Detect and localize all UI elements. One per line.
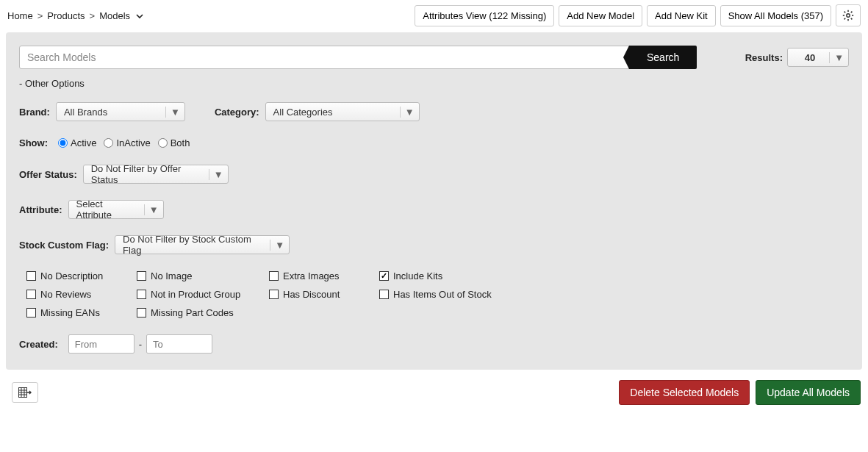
category-value: All Categories (273, 107, 333, 118)
svg-line-7 (844, 18, 846, 20)
breadcrumb-products[interactable]: Products (47, 10, 85, 21)
breadcrumb-models[interactable]: Models (99, 10, 143, 21)
caret-down-icon: ▼ (400, 107, 415, 118)
attribute-select[interactable]: Select Attribute ▼ (68, 200, 164, 219)
results-select[interactable]: 40 ▼ (787, 48, 849, 67)
stock-flag-select[interactable]: Do Not Filter by Stock Custom Flag ▼ (115, 235, 290, 254)
chevron-down-icon (136, 13, 143, 19)
no-image-checkbox[interactable]: No Image (137, 270, 262, 281)
show-both-label: Both (171, 137, 190, 148)
caret-down-icon: ▼ (829, 52, 844, 63)
brand-select[interactable]: All Brands ▼ (56, 102, 185, 121)
search-button[interactable]: Search (629, 46, 697, 69)
show-inactive-radio[interactable]: InActive (104, 137, 150, 148)
other-options-toggle[interactable]: - Other Options (19, 78, 849, 89)
breadcrumb-home[interactable]: Home (7, 10, 33, 21)
show-both-radio[interactable]: Both (158, 137, 190, 148)
created-to-input[interactable] (146, 334, 212, 354)
table-export-icon (18, 387, 32, 398)
no-reviews-checkbox[interactable]: No Reviews (26, 289, 129, 300)
has-items-out-of-stock-checkbox[interactable]: Has Items Out of Stock (379, 289, 526, 300)
offer-status-value: Do Not Filter by Offer Status (91, 163, 204, 185)
category-select[interactable]: All Categories ▼ (265, 102, 420, 121)
missing-eans-checkbox[interactable]: Missing EANs (26, 307, 129, 318)
caret-down-icon: ▼ (209, 169, 223, 180)
show-label: Show: (19, 137, 48, 148)
breadcrumb-sep: > (90, 10, 96, 21)
svg-line-8 (851, 12, 853, 13)
add-new-model-button[interactable]: Add New Model (559, 5, 642, 26)
category-label: Category: (215, 107, 259, 118)
breadcrumb-sep: > (37, 10, 43, 21)
attributes-view-button[interactable]: Attributes View (122 Missing) (415, 5, 554, 26)
offer-status-select[interactable]: Do Not Filter by Offer Status ▼ (83, 165, 229, 184)
caret-down-icon: ▼ (165, 107, 180, 118)
show-active-radio[interactable]: Active (58, 137, 96, 148)
export-button[interactable] (12, 382, 38, 403)
breadcrumb-models-label: Models (99, 10, 130, 21)
gear-icon (842, 10, 854, 21)
offer-status-label: Offer Status: (19, 169, 77, 180)
created-label: Created: (19, 339, 58, 350)
search-input[interactable] (19, 46, 629, 69)
settings-button[interactable] (836, 4, 861, 26)
svg-line-5 (844, 12, 846, 13)
filter-panel: Search Results: 40 ▼ - Other Options Bra… (6, 32, 862, 370)
extra-images-checkbox[interactable]: Extra Images (269, 270, 372, 281)
show-all-models-button[interactable]: Show All Models (357) (720, 5, 831, 26)
show-inactive-label: InActive (116, 137, 150, 148)
date-separator: - (139, 339, 142, 350)
update-all-models-button[interactable]: Update All Models (756, 380, 861, 405)
brand-label: Brand: (19, 107, 50, 118)
include-kits-checkbox[interactable]: Include Kits (379, 270, 526, 281)
has-discount-checkbox[interactable]: Has Discount (269, 289, 372, 300)
not-in-product-group-checkbox[interactable]: Not in Product Group (137, 289, 262, 300)
no-description-checkbox[interactable]: No Description (26, 270, 129, 281)
missing-part-codes-checkbox[interactable]: Missing Part Codes (137, 307, 262, 318)
breadcrumb: Home > Products > Models (7, 10, 143, 21)
stock-flag-label: Stock Custom Flag: (19, 240, 109, 251)
add-new-kit-button[interactable]: Add New Kit (647, 5, 716, 26)
caret-down-icon: ▼ (144, 204, 159, 215)
attribute-value: Select Attribute (76, 198, 140, 220)
svg-point-0 (847, 14, 850, 17)
caret-down-icon: ▼ (270, 240, 284, 251)
attribute-label: Attribute: (19, 204, 62, 215)
results-label: Results: (745, 52, 783, 63)
results-value: 40 (795, 52, 825, 63)
created-from-input[interactable] (68, 334, 134, 354)
brand-value: All Brands (64, 107, 107, 118)
svg-line-6 (851, 18, 853, 20)
show-active-label: Active (71, 137, 96, 148)
delete-selected-models-button[interactable]: Delete Selected Models (619, 380, 750, 405)
stock-flag-value: Do Not Filter by Stock Custom Flag (123, 234, 265, 256)
